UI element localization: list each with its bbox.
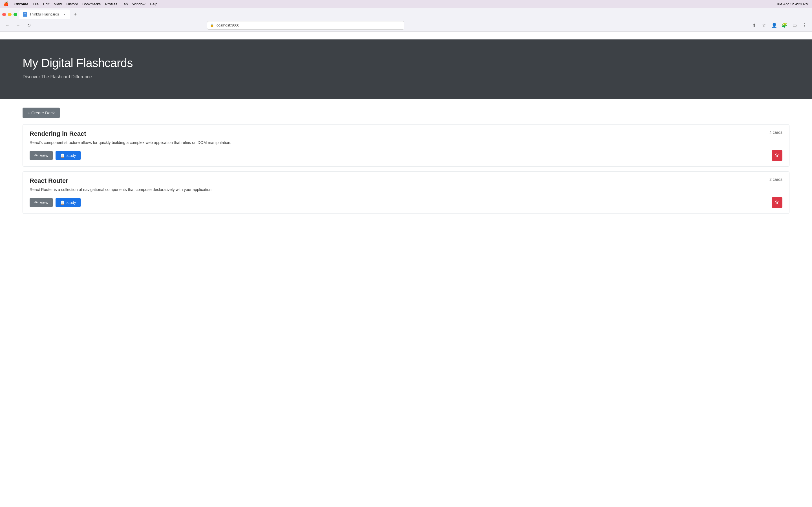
deck-count: 4 cards bbox=[769, 130, 782, 135]
deck-header: React Router 2 cards bbox=[30, 177, 782, 184]
forward-button[interactable]: → bbox=[14, 21, 22, 29]
menu-window[interactable]: Window bbox=[132, 2, 145, 6]
menu-view[interactable]: View bbox=[54, 2, 62, 6]
trash-icon: 🗑 bbox=[775, 200, 779, 205]
new-tab-button[interactable]: + bbox=[71, 10, 79, 18]
view-button[interactable]: 👁 View bbox=[30, 198, 53, 207]
deck-card: Rendering in React 4 cards React's compo… bbox=[22, 124, 790, 167]
close-button[interactable] bbox=[2, 13, 6, 16]
maximize-button[interactable] bbox=[13, 13, 17, 16]
sidebar-icon[interactable]: ▭ bbox=[791, 21, 799, 29]
delete-button[interactable]: 🗑 bbox=[772, 150, 782, 161]
deck-header: Rendering in React 4 cards bbox=[30, 130, 782, 137]
view-label: View bbox=[40, 153, 48, 158]
hero-title: My Digital Flashcards bbox=[22, 56, 790, 70]
bookmark-icon[interactable]: ☆ bbox=[760, 21, 768, 29]
apple-menu[interactable]: 🍎 bbox=[3, 1, 9, 6]
menu-bookmarks[interactable]: Bookmarks bbox=[82, 2, 101, 6]
url-text: localhost:3000 bbox=[216, 23, 239, 27]
view-button[interactable]: 👁 View bbox=[30, 151, 53, 160]
minimize-button[interactable] bbox=[8, 13, 11, 16]
create-deck-label: + Create Deck bbox=[28, 110, 55, 115]
book-icon: 📋 bbox=[60, 153, 65, 158]
menu-tab[interactable]: Tab bbox=[122, 2, 128, 6]
security-icon: 🔒 bbox=[210, 23, 214, 27]
hero-subtitle: Discover The Flashcard Difference. bbox=[22, 74, 790, 79]
share-icon[interactable]: ⬆ bbox=[750, 21, 758, 29]
book-icon: 📋 bbox=[60, 200, 65, 205]
menubar-time: Tue Apr 12 4:23 PM bbox=[776, 2, 809, 6]
deck-count: 2 cards bbox=[769, 177, 782, 182]
url-bar[interactable]: 🔒 localhost:3000 bbox=[207, 21, 404, 30]
menu-icon[interactable]: ⋮ bbox=[801, 21, 809, 29]
menu-profiles[interactable]: Profiles bbox=[105, 2, 117, 6]
menu-file[interactable]: File bbox=[33, 2, 39, 6]
back-button[interactable]: ← bbox=[3, 21, 11, 29]
tab-bar: T Thinkful Flashcards × + bbox=[0, 8, 812, 19]
deck-title: Rendering in React bbox=[30, 130, 86, 137]
menu-history[interactable]: History bbox=[66, 2, 78, 6]
eye-icon: 👁 bbox=[34, 200, 38, 205]
deck-actions: 👁 View 📋 study bbox=[30, 198, 81, 207]
delete-button[interactable]: 🗑 bbox=[772, 197, 782, 208]
deck-actions: 👁 View 📋 study bbox=[30, 151, 81, 160]
address-bar: ← → ↻ 🔒 localhost:3000 ⬆ ☆ 👤 🧩 ▭ ⋮ bbox=[0, 19, 812, 32]
study-button[interactable]: 📋 study bbox=[56, 151, 80, 160]
mac-menubar: 🍎 Chrome File Edit View History Bookmark… bbox=[0, 0, 812, 8]
menu-chrome[interactable]: Chrome bbox=[14, 2, 28, 6]
menu-edit[interactable]: Edit bbox=[43, 2, 49, 6]
deck-footer: 👁 View 📋 study 🗑 bbox=[30, 150, 782, 161]
main-content: + Create Deck Rendering in React 4 cards… bbox=[0, 99, 812, 227]
tab-close-button[interactable]: × bbox=[62, 12, 67, 17]
menu-help[interactable]: Help bbox=[150, 2, 158, 6]
reload-button[interactable]: ↻ bbox=[25, 21, 33, 29]
study-label: study bbox=[66, 153, 76, 158]
trash-icon: 🗑 bbox=[775, 153, 779, 158]
traffic-lights bbox=[2, 13, 17, 16]
tab-favicon: T bbox=[23, 12, 28, 17]
tab-title: Thinkful Flashcards bbox=[30, 12, 60, 16]
extensions-icon[interactable]: 🧩 bbox=[780, 21, 788, 29]
study-button[interactable]: 📋 study bbox=[56, 198, 80, 207]
toolbar-right: ⬆ ☆ 👤 🧩 ▭ ⋮ bbox=[750, 21, 809, 29]
deck-title: React Router bbox=[30, 177, 68, 184]
hero-section: My Digital Flashcards Discover The Flash… bbox=[0, 40, 812, 99]
deck-footer: 👁 View 📋 study 🗑 bbox=[30, 197, 782, 208]
profile-icon[interactable]: 👤 bbox=[770, 21, 778, 29]
deck-description: React Router is a collection of navigati… bbox=[30, 187, 782, 193]
page-content: My Digital Flashcards Discover The Flash… bbox=[0, 40, 812, 227]
deck-card: React Router 2 cards React Router is a c… bbox=[22, 171, 790, 214]
deck-description: React's component structure allows for q… bbox=[30, 140, 782, 146]
create-deck-button[interactable]: + Create Deck bbox=[22, 108, 60, 118]
browser-tab[interactable]: T Thinkful Flashcards × bbox=[19, 10, 70, 19]
view-label: View bbox=[40, 200, 48, 205]
eye-icon: 👁 bbox=[34, 153, 38, 158]
study-label: study bbox=[66, 200, 76, 205]
